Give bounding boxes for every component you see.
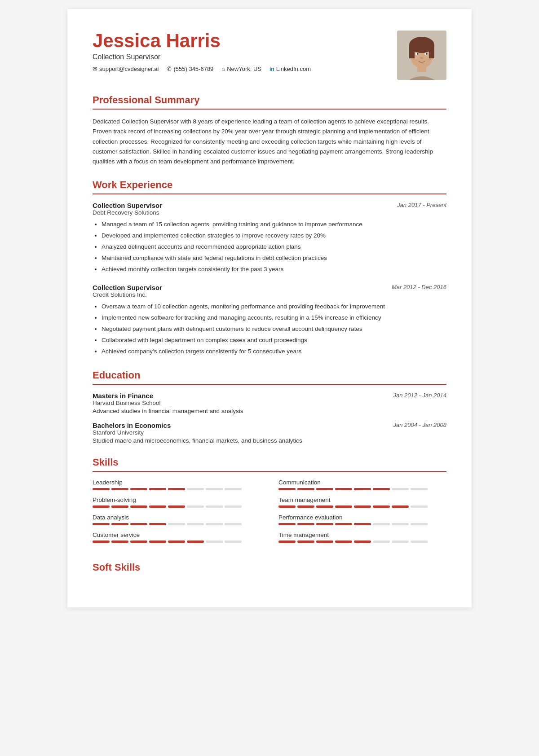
header-section: Jessica Harris Collection Supervisor ✉ s… [93, 31, 446, 80]
job-1-dates: Jan 2017 - Present [397, 202, 446, 208]
resume-container: Jessica Harris Collection Supervisor ✉ s… [67, 9, 472, 607]
skill-bar [278, 488, 446, 490]
skill-segment-empty [206, 541, 223, 543]
skill-name: Performance evaluation [278, 514, 446, 521]
skill-segment-empty [187, 488, 204, 490]
skill-segment-filled [297, 505, 314, 508]
skill-bar [93, 523, 261, 525]
skill-name: Leadership [93, 479, 261, 486]
skill-segment-empty [392, 488, 409, 490]
list-item: Maintained compliance with state and fed… [102, 253, 446, 264]
skill-bar [93, 505, 261, 508]
list-item: Collaborated with legal department on co… [102, 335, 446, 346]
job-2-header: Collection Supervisor Mar 2012 - Dec 201… [93, 284, 446, 291]
location-contact: ⌂ NewYork, US [221, 66, 261, 72]
skill-item: Team management [278, 497, 446, 508]
skill-segment-filled [93, 505, 110, 508]
list-item: Negotiated payment plans with delinquent… [102, 324, 446, 334]
skill-segment-empty [392, 541, 409, 543]
skill-segment-empty [225, 541, 242, 543]
skill-segment-empty [168, 523, 185, 525]
skill-segment-filled [93, 541, 110, 543]
edu-1-header: Masters in Finance Jan 2012 - Jan 2014 [93, 392, 446, 400]
edu-2-header: Bachelors in Economics Jan 2004 - Jan 20… [93, 422, 446, 429]
phone-icon: ✆ [167, 66, 172, 72]
skill-segment-filled [111, 488, 128, 490]
skill-segment-empty [411, 541, 428, 543]
skill-segment-empty [392, 523, 409, 525]
skill-item: Communication [278, 479, 446, 490]
phone-value: (555) 345-6789 [173, 66, 213, 72]
skill-segment-filled [335, 505, 352, 508]
skill-segment-filled [354, 523, 371, 525]
skill-segment-filled [316, 523, 333, 525]
skills-title: Skills [93, 457, 446, 468]
skill-item: Time management [278, 532, 446, 543]
skill-bar [93, 541, 261, 543]
candidate-name: Jessica Harris [93, 31, 311, 51]
skill-segment-empty [373, 523, 390, 525]
work-experience-title: Work Experience [93, 179, 446, 191]
skill-item: Customer service [93, 532, 261, 543]
skill-segment-filled [297, 523, 314, 525]
professional-summary-title: Professional Summary [93, 94, 446, 106]
skill-segment-filled [316, 488, 333, 490]
job-1-company: Debt Recovery Solutions [93, 209, 446, 216]
skill-segment-filled [93, 523, 110, 525]
skill-item: Leadership [93, 479, 261, 490]
list-item: Oversaw a team of 10 collection agents, … [102, 302, 446, 312]
skill-segment-filled [130, 505, 147, 508]
summary-text: Dedicated Collection Supervisor with 8 y… [93, 117, 446, 167]
skill-name: Team management [278, 497, 446, 503]
soft-skills-section: Soft Skills [93, 562, 446, 573]
linkedin-contact: in LinkedIn.com [270, 66, 311, 72]
skill-segment-filled [354, 488, 371, 490]
skill-segment-filled [168, 541, 185, 543]
skills-divider [93, 471, 446, 472]
skill-item: Problem-solving [93, 497, 261, 508]
linkedin-icon: in [270, 66, 274, 72]
summary-divider [93, 109, 446, 110]
skill-name: Communication [278, 479, 446, 486]
skill-segment-filled [316, 541, 333, 543]
skill-segment-filled [130, 523, 147, 525]
edu-2-desc: Studied macro and microeconomics, financ… [93, 437, 446, 444]
svg-point-10 [426, 53, 428, 55]
skill-segment-filled [335, 523, 352, 525]
location-icon: ⌂ [221, 66, 225, 72]
skill-segment-filled [111, 505, 128, 508]
job-2: Collection Supervisor Mar 2012 - Dec 201… [93, 284, 446, 357]
skill-segment-filled [335, 488, 352, 490]
skill-segment-filled [373, 488, 390, 490]
email-icon: ✉ [93, 66, 97, 72]
email-contact: ✉ support@cvdesigner.ai [93, 66, 159, 72]
job-2-bullets: Oversaw a team of 10 collection agents, … [93, 302, 446, 357]
skill-segment-filled [149, 541, 166, 543]
skill-segment-empty [225, 505, 242, 508]
skill-segment-filled [392, 505, 409, 508]
skill-bar [93, 488, 261, 490]
education-section: Education Masters in Finance Jan 2012 - … [93, 369, 446, 444]
skill-segment-filled [111, 523, 128, 525]
skill-segment-empty [187, 505, 204, 508]
edu-1: Masters in Finance Jan 2012 - Jan 2014 H… [93, 392, 446, 414]
job-2-dates: Mar 2012 - Dec 2016 [392, 284, 446, 290]
header-info: Jessica Harris Collection Supervisor ✉ s… [93, 31, 311, 72]
skill-name: Problem-solving [93, 497, 261, 503]
skill-bar [278, 505, 446, 508]
skill-segment-empty [373, 541, 390, 543]
skill-segment-empty [206, 505, 223, 508]
skill-segment-empty [225, 488, 242, 490]
linkedin-value: LinkedIn.com [276, 66, 311, 72]
list-item: Achieved monthly collection targets cons… [102, 264, 446, 275]
work-experience-section: Work Experience Collection Supervisor Ja… [93, 179, 446, 356]
skill-name: Time management [278, 532, 446, 538]
soft-skills-title: Soft Skills [93, 562, 446, 573]
skill-segment-empty [411, 505, 428, 508]
candidate-photo [397, 31, 446, 80]
skill-segment-empty [206, 488, 223, 490]
list-item: Managed a team of 15 collection agents, … [102, 220, 446, 230]
list-item: Implemented new software for tracking an… [102, 313, 446, 323]
skill-segment-filled [335, 541, 352, 543]
skill-segment-empty [411, 488, 428, 490]
